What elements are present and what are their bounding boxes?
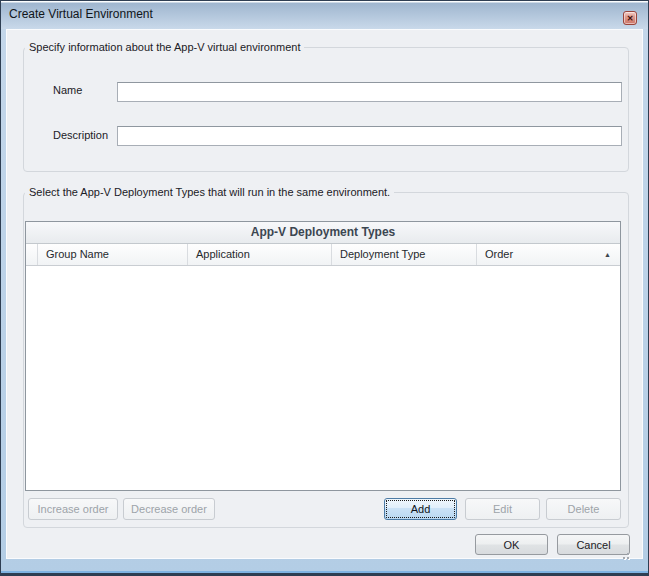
column-header-deployment-type[interactable]: Deployment Type — [332, 244, 477, 265]
description-label: Description — [53, 129, 108, 141]
decrease-order-button: Decrease order — [123, 498, 215, 520]
resize-grip[interactable] — [619, 549, 631, 561]
ok-button[interactable]: OK — [475, 534, 548, 555]
window-title: Create Virtual Environment — [9, 1, 153, 28]
column-header-order-label: Order — [485, 248, 513, 260]
table-body-empty — [26, 266, 620, 490]
increase-order-button: Increase order — [28, 498, 118, 520]
create-virtual-environment-dialog: Create Virtual Environment ✕ Specify inf… — [0, 0, 649, 576]
table-title: App-V Deployment Types — [26, 222, 620, 244]
sort-ascending-icon: ▲ — [604, 245, 611, 264]
close-icon: ✕ — [624, 13, 636, 24]
column-header-row-selector[interactable] — [26, 244, 38, 265]
name-label: Name — [53, 84, 82, 96]
edit-button: Edit — [465, 498, 540, 520]
info-groupbox — [23, 47, 629, 172]
column-header-order[interactable]: Order ▲ — [477, 244, 620, 265]
table-column-headers: Group Name Application Deployment Type O… — [26, 244, 620, 266]
column-header-group-name[interactable]: Group Name — [38, 244, 188, 265]
info-groupbox-title: Specify information about the App-V virt… — [25, 41, 304, 53]
add-button[interactable]: Add — [384, 498, 457, 520]
close-button[interactable]: ✕ — [623, 11, 637, 25]
column-header-application[interactable]: Application — [188, 244, 332, 265]
name-input[interactable] — [117, 82, 622, 102]
delete-button: Delete — [546, 498, 621, 520]
description-input[interactable] — [117, 126, 622, 146]
deployment-types-table: App-V Deployment Types Group Name Applic… — [25, 221, 621, 491]
deployment-types-groupbox-title: Select the App-V Deployment Types that w… — [25, 186, 394, 198]
titlebar[interactable]: Create Virtual Environment — [1, 1, 648, 29]
